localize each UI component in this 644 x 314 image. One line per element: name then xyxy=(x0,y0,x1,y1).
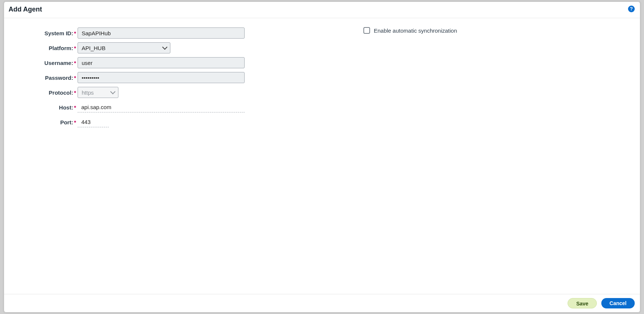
required-mark: * xyxy=(74,30,76,36)
required-mark: * xyxy=(74,45,76,51)
dialog-header: Add Agent ? xyxy=(4,2,640,18)
platform-label: Platform:* xyxy=(14,45,78,51)
required-mark: * xyxy=(74,119,76,125)
options-column: Enable automatic synchronization xyxy=(252,27,630,290)
checkbox-icon xyxy=(363,27,370,34)
cancel-button[interactable]: Cancel xyxy=(601,298,635,308)
field-password: Password:* xyxy=(14,72,252,84)
field-protocol: Protocol:* xyxy=(14,86,252,98)
field-host: Host:* xyxy=(14,101,252,113)
required-mark: * xyxy=(74,75,76,81)
required-mark: * xyxy=(74,104,76,111)
password-label: Password:* xyxy=(14,75,78,81)
host-label: Host:* xyxy=(14,104,78,111)
dialog-footer: Save Cancel xyxy=(4,294,640,312)
protocol-select[interactable] xyxy=(78,87,118,98)
field-username: Username:* xyxy=(14,57,252,69)
auto-sync-checkbox[interactable]: Enable automatic synchronization xyxy=(363,27,630,34)
username-label: Username:* xyxy=(14,60,78,66)
field-platform: Platform:* xyxy=(14,42,252,54)
field-system-id: System ID:* xyxy=(14,27,252,39)
required-mark: * xyxy=(74,89,76,96)
required-mark: * xyxy=(74,60,76,66)
auto-sync-label: Enable automatic synchronization xyxy=(374,27,457,34)
password-input[interactable] xyxy=(78,72,245,83)
dialog-body: System ID:* Platform:* xyxy=(4,18,640,294)
system-id-input[interactable] xyxy=(78,27,245,39)
add-agent-dialog: Add Agent ? System ID:* Platform:* xyxy=(4,1,640,313)
username-input[interactable] xyxy=(78,57,245,68)
platform-select-value[interactable] xyxy=(78,42,170,53)
system-id-label: System ID:* xyxy=(14,30,78,36)
platform-select[interactable] xyxy=(78,42,170,53)
host-input[interactable] xyxy=(78,102,245,112)
dialog-title: Add Agent xyxy=(9,6,634,13)
protocol-select-value[interactable] xyxy=(78,87,118,98)
port-label: Port:* xyxy=(14,119,78,125)
protocol-label: Protocol:* xyxy=(14,89,78,96)
help-icon[interactable]: ? xyxy=(628,6,635,12)
field-port: Port:* xyxy=(14,116,252,128)
port-input[interactable] xyxy=(78,117,109,127)
save-button[interactable]: Save xyxy=(568,298,597,308)
form-column: System ID:* Platform:* xyxy=(14,27,252,290)
